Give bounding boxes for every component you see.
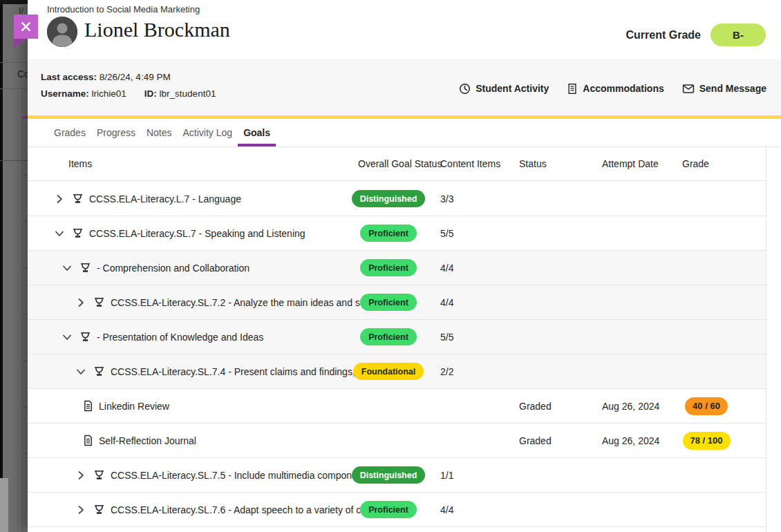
- goal-icon-wrap: [93, 365, 105, 377]
- backdrop-row-line: [23, 361, 28, 361]
- accommodations-button[interactable]: Accommodations: [567, 83, 664, 95]
- row-title: CCSS.ELA-Literacy.SL.7.6 - Adapt speech …: [111, 504, 375, 515]
- goal-icon-wrap: [93, 504, 105, 515]
- last-access-value: 8/26/24, 4:49 PM: [100, 72, 171, 82]
- tab-notes[interactable]: Notes: [141, 119, 178, 146]
- row-title: CCSS.ELA-Literacy.SL.7.5 - Include multi…: [111, 470, 370, 481]
- goal-status-cell: Proficient: [352, 328, 424, 345]
- panel-header: Introduction to Social Media Marketing L…: [28, 0, 781, 61]
- backdrop-row-line: [23, 314, 28, 314]
- last-access: Last access: 8/26/24, 4:49 PM: [41, 72, 171, 82]
- tab-progress[interactable]: Progress: [91, 119, 141, 146]
- goal-icon: [93, 469, 105, 481]
- goal-status-cell: Proficient: [352, 259, 424, 276]
- table-row[interactable]: CCSS.ELA-Literacy.SL.7.2 - Analyze the m…: [28, 285, 766, 320]
- item-status: Graded: [519, 401, 552, 412]
- status-badge: Distinguished: [352, 190, 426, 207]
- username-and-id: Username: lrichie01ID: lbr_student01: [41, 88, 216, 99]
- column-header-items: Items: [68, 147, 92, 181]
- goals-table-body: CCSS.ELA-Literacy.L.7 - LanguageDistingu…: [28, 182, 766, 532]
- expand-toggle[interactable]: [62, 334, 73, 341]
- column-header-content-items: Content Items: [440, 147, 500, 181]
- grade-cell: 78 / 100: [680, 432, 733, 450]
- table-row[interactable]: Linkedin ReviewGradedAug 26, 202440 / 60: [28, 389, 766, 424]
- row-name-group: CCSS.ELA-Literacy.SL.7 - Speaking and Li…: [28, 227, 305, 239]
- id-label: ID:: [144, 88, 157, 99]
- clock-icon: [459, 83, 471, 95]
- goal-icon: [93, 365, 105, 377]
- expand-toggle[interactable]: [75, 471, 86, 480]
- grade-badge[interactable]: 78 / 100: [683, 432, 731, 450]
- expand-toggle[interactable]: [75, 298, 86, 307]
- avatar: [47, 17, 77, 47]
- send-message-button[interactable]: Send Message: [682, 83, 766, 94]
- table-row[interactable]: - Presentation of Knowledge and IdeasPro…: [28, 320, 766, 354]
- table-row[interactable]: Self-Reflection JournalGradedAug 26, 202…: [28, 424, 766, 458]
- backdrop-divider: [0, 62, 28, 63]
- column-header-status: Status: [519, 147, 547, 181]
- course-title: Introduction to Social Media Marketing: [47, 4, 200, 15]
- table-row[interactable]: CCSS.ELA-Literacy.SL.7.5 - Include multi…: [28, 458, 766, 493]
- goal-icon: [79, 331, 91, 343]
- row-title: CCSS.ELA-Literacy.L.7 - Language: [89, 193, 241, 205]
- student-name: Lionel Brockman: [84, 18, 230, 41]
- table-row[interactable]: CCSS.ELA-Literacy.L.7 - LanguageDistingu…: [28, 182, 766, 216]
- backdrop-row-line: [23, 221, 28, 222]
- table-row[interactable]: CCSS.ELA-Literacy.SL.7.6 - Adapt speech …: [28, 493, 766, 527]
- backdrop-tab-underline: [23, 116, 28, 119]
- row-title: - Presentation of Knowledge and Ideas: [97, 332, 263, 343]
- status-badge: Distinguished: [352, 466, 426, 484]
- expand-toggle[interactable]: [62, 265, 73, 272]
- row-name-group: CCSS.ELA-Literacy.L.7 - Language: [28, 193, 241, 205]
- expand-toggle[interactable]: [75, 368, 86, 375]
- expand-toggle[interactable]: [54, 230, 65, 237]
- goal-icon: [72, 227, 84, 239]
- current-grade-label: Current Grade: [626, 29, 701, 41]
- column-header-grade: Grade: [682, 147, 709, 181]
- student-actions: Student ActivityAccommodationsSend Messa…: [459, 61, 766, 115]
- goal-icon: [93, 504, 105, 515]
- goal-status-cell: Distinguished: [352, 190, 424, 207]
- status-badge: Proficient: [360, 294, 417, 311]
- page-left-edge: [0, 0, 3, 532]
- goal-icon-wrap: [79, 262, 91, 274]
- column-header-attempt-date: Attempt Date: [602, 147, 659, 181]
- student-info-bar: Last access: 8/26/24, 4:49 PM Username: …: [28, 61, 781, 115]
- document-icon: [83, 435, 93, 446]
- tab-activity-log[interactable]: Activity Log: [178, 119, 238, 146]
- current-grade-group: Current Grade B-: [626, 23, 766, 46]
- chevron-right-icon: [56, 194, 63, 204]
- backdrop-row-line: [23, 407, 28, 408]
- close-panel-button[interactable]: [14, 15, 38, 39]
- document-icon: [83, 400, 93, 412]
- goal-icon-wrap: [72, 227, 84, 239]
- goal-status-cell: Proficient: [352, 225, 424, 242]
- id-value: lbr_student01: [160, 88, 216, 99]
- student-tabs: GradesProgressNotesActivity LogGoals: [28, 119, 781, 147]
- table-row[interactable]: CCSS.ELA-Literacy.SL.7.4 - Present claim…: [28, 354, 766, 389]
- expand-toggle[interactable]: [54, 194, 65, 204]
- student-activity-button[interactable]: Student Activity: [459, 83, 549, 95]
- backdrop-scrollbar: [0, 478, 8, 532]
- attempt-date: Aug 26, 2024: [602, 435, 659, 446]
- row-title: CCSS.ELA-Literacy.SL.7.2 - Analyze the m…: [111, 297, 373, 308]
- tab-goals[interactable]: Goals: [238, 119, 276, 146]
- expand-toggle[interactable]: [75, 505, 86, 515]
- page-top-edge: [0, 0, 28, 4]
- tab-grades[interactable]: Grades: [48, 119, 91, 146]
- grade-badge[interactable]: 40 / 60: [685, 397, 728, 415]
- goal-status-cell: Proficient: [352, 501, 424, 518]
- table-right-border: [766, 147, 766, 532]
- goal-icon: [79, 262, 91, 274]
- content-items-count: 4/4: [440, 297, 453, 308]
- goal-status-cell: Distinguished: [352, 466, 424, 484]
- table-row[interactable]: - Comprehension and CollaborationProfici…: [28, 251, 766, 285]
- username-label: Username:: [41, 88, 89, 99]
- row-title: CCSS.ELA-Literacy.SL.7 - Speaking and Li…: [89, 228, 305, 239]
- column-header-overall-goal-status: Overall Goal Status: [358, 147, 442, 181]
- row-name-group: CCSS.ELA-Literacy.SL.7.5 - Include multi…: [28, 469, 370, 481]
- row-name-group: Linkedin Review: [28, 400, 169, 412]
- status-badge: Proficient: [360, 328, 417, 345]
- document-icon-wrap: [83, 400, 93, 412]
- table-row[interactable]: CCSS.ELA-Literacy.SL.7 - Speaking and Li…: [28, 216, 766, 251]
